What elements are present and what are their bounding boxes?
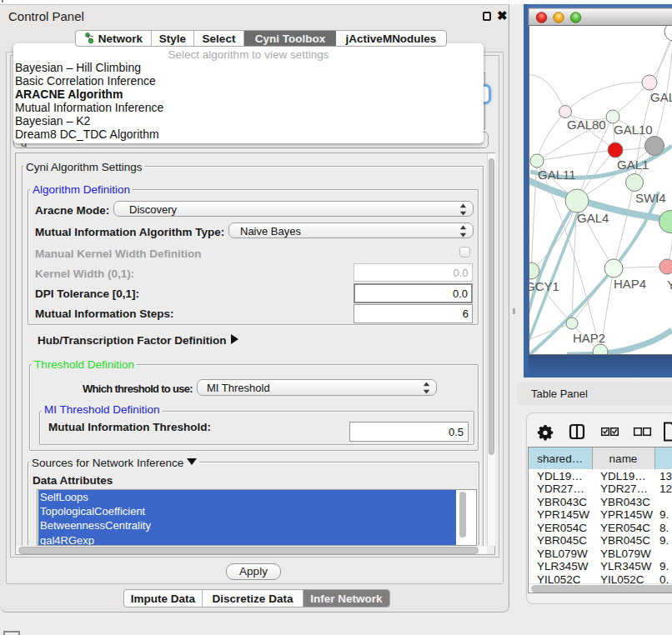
svg-text:GAL4: GAL4 xyxy=(577,211,609,225)
svg-text:GAL1: GAL1 xyxy=(617,158,649,172)
svg-text:HAP4: HAP4 xyxy=(614,277,646,291)
svg-text:GAL80: GAL80 xyxy=(567,118,606,132)
svg-text:GAL10: GAL10 xyxy=(614,122,653,137)
svg-text:SWI4: SWI4 xyxy=(635,191,666,205)
svg-text:GAL: GAL xyxy=(650,90,672,104)
svg-text:GAL11: GAL11 xyxy=(538,168,576,182)
svg-text:HAP2: HAP2 xyxy=(573,331,605,345)
svg-text:GCY1: GCY1 xyxy=(525,279,559,293)
svg-text:Y: Y xyxy=(667,278,672,292)
